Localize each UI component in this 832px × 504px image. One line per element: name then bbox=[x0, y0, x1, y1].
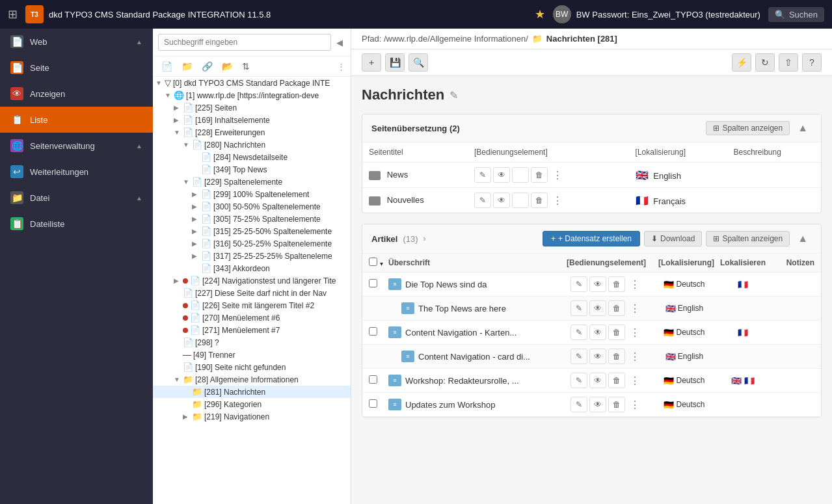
collapse-section-button[interactable]: ▲ bbox=[794, 121, 812, 135]
edit-button[interactable]: ✎ bbox=[474, 192, 491, 208]
tree-node-349[interactable]: 📄 [349] Top News bbox=[153, 163, 351, 176]
tree-node-227[interactable]: 📄 [227] Diese Seite darf nicht in der Na… bbox=[153, 287, 351, 299]
more-button[interactable]: ⋮ bbox=[550, 169, 565, 181]
tree-node-49[interactable]: — [49] Trenner bbox=[153, 349, 351, 361]
tree-node-317[interactable]: ▶ 📄 [317] 25-25-25-25% Spalteneleme bbox=[153, 250, 351, 262]
visibility-button[interactable]: 👁 bbox=[493, 167, 510, 183]
more-button[interactable]: ⋮ bbox=[550, 194, 565, 207]
more-button[interactable]: ⋮ bbox=[627, 375, 643, 387]
collapse-artikel-button[interactable]: ▲ bbox=[794, 232, 812, 246]
tree-node-224[interactable]: ▶ 📄 [224] Navigationstest und längerer T… bbox=[153, 274, 351, 287]
visibility-button[interactable]: 👁 bbox=[493, 192, 510, 208]
empty-button[interactable] bbox=[512, 167, 529, 183]
tree-node-28[interactable]: ▼ 📁 [28] Allgemeine Informationen bbox=[153, 373, 351, 386]
edit-button[interactable]: ✎ bbox=[474, 167, 491, 183]
tree-node-229[interactable]: ▼ 📄 [229] Spaltenelemente bbox=[153, 176, 351, 188]
add-record-icon[interactable]: + bbox=[362, 53, 381, 72]
tree-node-1[interactable]: ▼ 🌐 [1] www.rlp.de [https://integration-… bbox=[153, 89, 351, 101]
link-icon[interactable]: 🔗 bbox=[198, 59, 216, 73]
sidebar-item-anzeigen[interactable]: 👁 Anzeigen bbox=[0, 81, 153, 107]
user-menu[interactable]: BW BW Passwort: Eins_Zwei_TYPO3 (testred… bbox=[553, 5, 760, 23]
flash-icon[interactable]: ⚡ bbox=[732, 53, 751, 72]
row-checkbox[interactable] bbox=[369, 399, 377, 408]
delete-button[interactable]: 🗑 bbox=[608, 276, 625, 292]
delete-button[interactable]: 🗑 bbox=[531, 167, 548, 183]
tree-node-270[interactable]: 📄 [270] Menüelement #6 bbox=[153, 312, 351, 324]
sidebar-item-dateiliste[interactable]: 📋 Dateiliste bbox=[0, 211, 153, 237]
edit-button[interactable]: ✎ bbox=[570, 397, 587, 412]
edit-button[interactable]: ✎ bbox=[570, 276, 587, 292]
favorites-icon[interactable]: ★ bbox=[535, 7, 545, 21]
sidebar-item-datei[interactable]: 📁 Datei ▲ bbox=[0, 185, 153, 211]
sidebar-item-seite[interactable]: 📄 Seite bbox=[0, 55, 153, 81]
more-options-icon[interactable]: ⋮ bbox=[337, 62, 345, 72]
delete-button[interactable]: 🗑 bbox=[608, 325, 625, 340]
more-button[interactable]: ⋮ bbox=[627, 278, 643, 291]
delete-button[interactable]: 🗑 bbox=[608, 397, 625, 412]
tree-node-315[interactable]: ▶ 📄 [315] 25-25-50% Spaltenelemente bbox=[153, 225, 351, 237]
edit-button[interactable]: ✎ bbox=[570, 373, 587, 388]
empty-button[interactable] bbox=[512, 192, 529, 208]
row-checkbox[interactable] bbox=[369, 327, 377, 336]
sidebar-item-liste[interactable]: 📋 Liste bbox=[0, 107, 153, 133]
tree-node-root[interactable]: ▼ ▽ [0] dkd TYPO3 CMS Standard Package I… bbox=[153, 77, 351, 89]
tree-node-343[interactable]: 📄 [343] Akkordeon bbox=[153, 262, 351, 274]
tree-node-271[interactable]: 📄 [271] Menüelement #7 bbox=[153, 324, 351, 336]
visibility-button[interactable]: 👁 bbox=[589, 397, 606, 412]
tree-node-190[interactable]: 📄 [190] Seite nicht gefunden bbox=[153, 361, 351, 373]
delete-button[interactable]: 🗑 bbox=[608, 373, 625, 388]
delete-button[interactable]: 🗑 bbox=[608, 300, 625, 316]
row-checkbox[interactable] bbox=[369, 375, 377, 384]
tree-node-298[interactable]: 📄 [298] ? bbox=[153, 336, 351, 349]
search-bar[interactable]: 🔍 Suchen bbox=[768, 7, 824, 22]
new-page-icon[interactable]: 📄 bbox=[158, 59, 176, 73]
more-button[interactable]: ⋮ bbox=[627, 399, 643, 411]
dropdown-arrow[interactable]: ▾ bbox=[380, 260, 383, 267]
edit-button[interactable]: ✎ bbox=[570, 325, 587, 340]
tree-node-226[interactable]: 📄 [226] Seite mit längerem Titel #2 bbox=[153, 299, 351, 312]
edit-button[interactable]: ✎ bbox=[570, 349, 587, 364]
folder-open-icon[interactable]: 📂 bbox=[219, 59, 236, 73]
tree-node-219[interactable]: ▶ 📁 [219] Navigationen bbox=[153, 410, 351, 423]
sidebar-item-web[interactable]: 📄 Web ▲ bbox=[0, 29, 153, 55]
artikel-spalten-button[interactable]: ⊞ Spalten anzeigen bbox=[706, 231, 790, 246]
search-icon[interactable]: 🔍 bbox=[409, 53, 428, 72]
datensatz-erstellen-button[interactable]: + + Datensatz erstellen bbox=[543, 231, 640, 246]
new-folder-icon[interactable]: 📁 bbox=[178, 59, 196, 73]
spalten-anzeigen-button[interactable]: ⊞ Spalten anzeigen bbox=[706, 121, 790, 135]
tree-node-228[interactable]: ▼ 📄 [228] Erweiterungen bbox=[153, 126, 351, 139]
refresh-icon[interactable]: ↻ bbox=[755, 53, 775, 72]
tree-node-280[interactable]: ▼ 📄 [280] Nachrichten bbox=[153, 139, 351, 151]
delete-button[interactable]: 🗑 bbox=[608, 349, 625, 364]
tree-node-316[interactable]: ▶ 📄 [316] 50-25-25% Spaltenelemente bbox=[153, 237, 351, 250]
tree-node-281[interactable]: 📁 [281] Nachrichten bbox=[153, 386, 351, 398]
visibility-button[interactable]: 👁 bbox=[589, 325, 606, 340]
grid-icon[interactable]: ⊞ bbox=[8, 7, 18, 21]
tree-node-169[interactable]: ▶ 📄 [169] Inhaltselemente bbox=[153, 114, 351, 126]
more-button[interactable]: ⋮ bbox=[627, 326, 643, 339]
tree-node-299[interactable]: ▶ 📄 [299] 100% Spaltenelement bbox=[153, 188, 351, 200]
tree-node-296[interactable]: 📁 [296] Kategorien bbox=[153, 398, 351, 410]
more-button[interactable]: ⋮ bbox=[627, 302, 643, 315]
tree-search-input[interactable] bbox=[158, 34, 331, 51]
visibility-button[interactable]: 👁 bbox=[589, 300, 606, 316]
save-icon[interactable]: 💾 bbox=[385, 53, 405, 72]
more-button[interactable]: ⋮ bbox=[627, 351, 643, 363]
sort-icon[interactable]: ⇅ bbox=[239, 59, 253, 73]
sidebar-item-seitenverwaltung[interactable]: 🌐 Seitenverwaltung ▲ bbox=[0, 133, 153, 159]
delete-button[interactable]: 🗑 bbox=[531, 192, 548, 208]
share-icon[interactable]: ⇧ bbox=[779, 53, 798, 72]
sidebar-item-weiterleitungen[interactable]: ↩ Weiterleitungen bbox=[0, 159, 153, 185]
help-icon[interactable]: ? bbox=[802, 53, 822, 72]
tree-node-284[interactable]: 📄 [284] Newsdetailseite bbox=[153, 151, 351, 163]
tree-node-300[interactable]: ▶ 📄 [300] 50-50% Spaltenelemente bbox=[153, 200, 351, 213]
select-all-checkbox[interactable] bbox=[369, 258, 377, 266]
download-button[interactable]: ⬇ Download bbox=[644, 231, 702, 246]
tree-node-225[interactable]: ▶ 📄 [225] Seiten bbox=[153, 101, 351, 114]
tree-node-305[interactable]: ▶ 📄 [305] 75-25% Spaltenelemente bbox=[153, 213, 351, 225]
visibility-button[interactable]: 👁 bbox=[589, 276, 606, 292]
visibility-button[interactable]: 👁 bbox=[589, 349, 606, 364]
edit-button[interactable]: ✎ bbox=[570, 300, 587, 316]
row-checkbox[interactable] bbox=[369, 279, 377, 287]
visibility-button[interactable]: 👁 bbox=[589, 373, 606, 388]
